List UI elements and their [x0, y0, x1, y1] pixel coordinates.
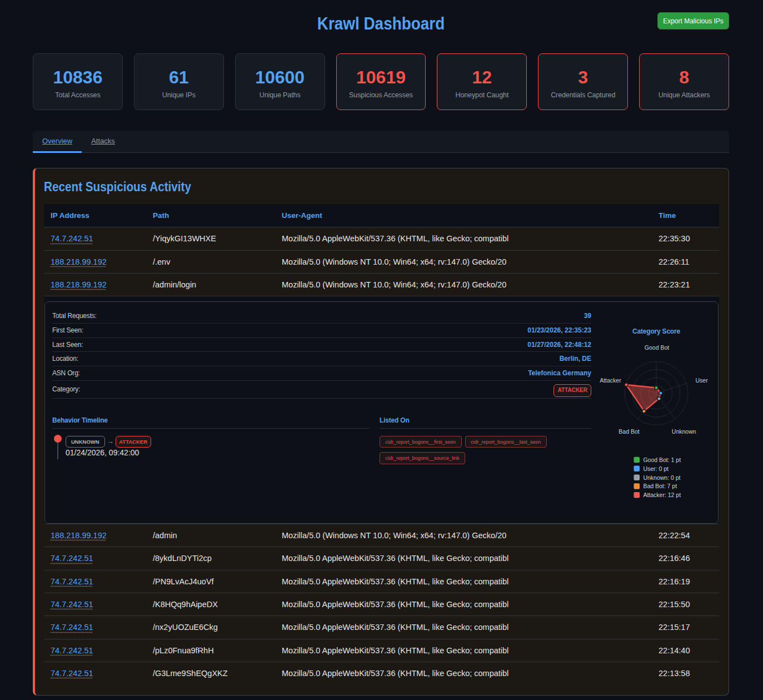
svg-text:Attacker: 12 pt: Attacker: 12 pt — [643, 492, 681, 498]
svg-text:Good Bot: 1 pt: Good Bot: 1 pt — [643, 456, 681, 463]
svg-text:User: User — [695, 377, 708, 384]
svg-text:Bad Bot: Bad Bot — [619, 428, 639, 435]
svg-text:Good Bot: Good Bot — [644, 345, 669, 351]
svg-text:User: 0 pt: User: 0 pt — [643, 465, 669, 472]
svg-text:Bad Bot: 7 pt: Bad Bot: 7 pt — [643, 483, 677, 489]
svg-text:Attacker: Attacker — [600, 377, 621, 384]
svg-text:Category Score: Category Score — [632, 327, 680, 335]
svg-text:Unknown: Unknown — [671, 428, 696, 435]
svg-text:Unknown: 0 pt: Unknown: 0 pt — [643, 474, 680, 481]
